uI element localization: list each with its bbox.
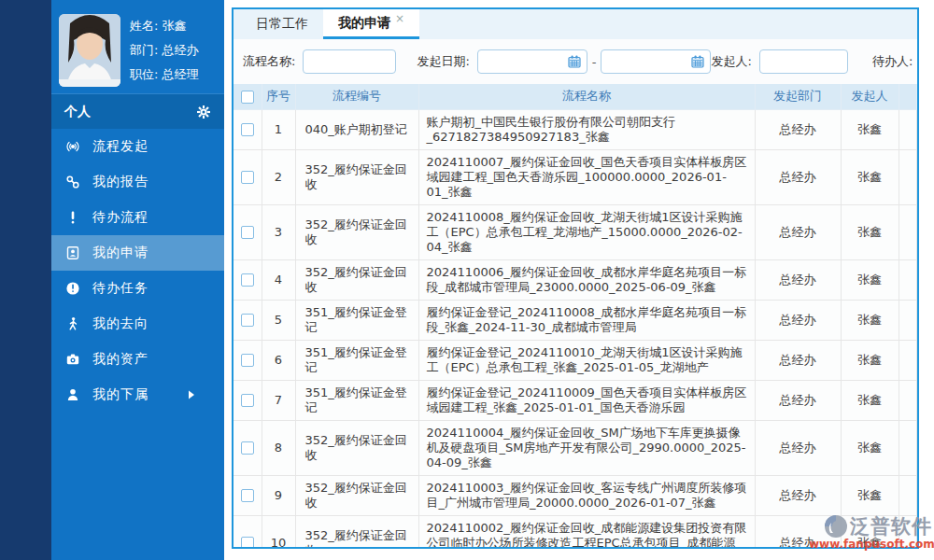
calendar-icon[interactable] [690,54,705,69]
row-spacer [899,515,917,549]
header-no: 序号 [262,84,295,109]
app-window: 姓名: 张鑫 部门: 总经办 职位: 总经理 个人 流程发起我的报告待办流程我的… [0,0,934,560]
row-code: 352_履约保证金回收 [295,515,418,549]
sidebar-menu: 流程发起我的报告待办流程我的申请待办任务我的去向我的资产我的下属 [51,129,224,413]
row-checkbox[interactable] [241,226,254,239]
row-spacer [899,204,917,259]
row-name: 2024110007_履约保证金回收_国色天香项目实体样板房区域园建工程_国色天… [418,149,755,204]
sidebar-item-my-assets[interactable]: 我的资产 [51,342,224,377]
sidebar-item-process-start[interactable]: 流程发起 [51,129,224,164]
row-spacer [899,380,917,420]
row-checkbox[interactable] [241,441,254,455]
row-no: 6 [262,340,295,380]
select-all-checkbox[interactable] [241,91,254,104]
row-checkbox-cell [234,515,262,549]
row-checkbox[interactable] [241,537,254,549]
tab-bar: 日常工作我的申请× [234,9,917,39]
header-checkbox-cell [234,84,262,109]
sidebar-item-label: 流程发起 [92,138,149,155]
tab-我的申请[interactable]: 我的申请× [323,9,419,39]
initiator-input[interactable] [759,49,848,74]
row-checkbox[interactable] [241,273,254,287]
date-from-wrap [477,49,587,74]
row-checkbox[interactable] [241,123,254,136]
row-checkbox[interactable] [241,171,254,184]
row-code: 352_履约保证金回收 [295,204,418,259]
row-no: 3 [262,204,295,259]
row-checkbox-cell [234,109,262,149]
row-name: 2024110008_履约保证金回收_龙湖天街城1区设计采购施工（EPC）总承包… [418,204,755,259]
main-panel: 日常工作我的申请× 流程名称: 发起日期: - 发起人: 待办人: [232,7,919,549]
row-spacer [899,149,917,204]
sidebar-item-label: 我的下属 [92,386,149,403]
row-spacer [899,475,917,515]
row-spacer [899,420,917,475]
filter-date-label: 发起日期: [417,53,469,70]
row-checkbox-cell [234,420,262,475]
row-checkbox[interactable] [241,354,254,367]
row-checkbox[interactable] [241,394,254,407]
date-to-wrap [601,49,711,74]
sidebar-item-my-applications[interactable]: 我的申请 [51,235,224,271]
row-dept: 总经办 [755,149,841,204]
sidebar-item-label: 待办流程 [92,209,149,226]
row-initiator: 张鑫 [841,420,899,475]
row-dept: 总经办 [755,204,841,259]
row-dept: 总经办 [755,420,841,475]
sidebar-item-label: 我的去向 [92,315,149,332]
row-initiator: 张鑫 [841,380,899,420]
sidebar-item-my-reports[interactable]: 我的报告 [51,164,224,200]
table-body: 1040_账户期初登记账户期初_中国民生银行股份有限公司朝阳支行_6271827… [234,109,917,549]
filter-bar: 流程名称: 发起日期: - 发起人: 待办人: [234,39,917,84]
row-code: 352_履约保证金回收 [295,259,418,300]
row-code: 351_履约保证金登记 [295,300,418,340]
row-initiator: 张鑫 [841,259,899,300]
sidebar-item-my-whereabouts[interactable]: 我的去向 [51,306,224,342]
sidebar-section-personal[interactable]: 个人 [51,93,224,129]
calendar-icon[interactable] [567,54,582,69]
filter-pending-label: 待办人: [872,53,913,70]
row-initiator: 张鑫 [841,204,899,259]
walker-icon [64,316,81,331]
idcard-icon [64,245,81,260]
table-row: 2352_履约保证金回收2024110007_履约保证金回收_国色天香项目实体样… [234,149,917,204]
row-spacer [899,340,917,380]
sidebar-item-label: 待办任务 [92,280,149,297]
row-code: 351_履约保证金登记 [295,340,418,380]
sidebar-item-label: 我的资产 [92,351,149,368]
table-row: 1040_账户期初登记账户期初_中国民生银行股份有限公司朝阳支行_6271827… [234,109,917,149]
row-dept: 总经办 [755,475,841,515]
row-name: 账户期初_中国民生银行股份有限公司朝阳支行_627182738495092718… [418,109,755,149]
row-no: 8 [262,420,295,475]
sidebar-item-pending-tasks[interactable]: 待办任务 [51,271,224,306]
row-no: 7 [262,380,295,420]
row-no: 1 [262,109,295,149]
row-no: 5 [262,300,295,340]
sidebar: 姓名: 张鑫 部门: 总经办 职位: 总经理 个人 流程发起我的报告待办流程我的… [51,0,224,560]
close-icon[interactable]: × [395,12,404,25]
row-checkbox[interactable] [241,314,254,327]
table-row: 9352_履约保证金回收2024110003_履约保证金回收_客运专线广州调度所… [234,475,917,515]
row-name: 2024110003_履约保证金回收_客运专线广州调度所装修项目_广州城市管理局… [418,475,755,515]
sidebar-item-my-subordinates[interactable]: 我的下属 [51,377,224,413]
tab-日常工作[interactable]: 日常工作 [241,9,323,39]
header-spacer [899,84,917,109]
row-no: 10 [262,515,295,549]
row-dept: 总经办 [755,340,841,380]
row-checkbox-cell [234,149,262,204]
row-code: 040_账户期初登记 [295,109,418,149]
chain-icon [64,175,81,189]
sidebar-item-pending-flows[interactable]: 待办流程 [51,200,224,235]
filter-name-label: 流程名称: [243,53,295,70]
user-name-line: 姓名: 张鑫 [130,14,199,38]
row-name: 履约保证金登记_2024110009_国色天香项目实体样板房区域园建工程_张鑫_… [418,380,755,420]
gear-icon[interactable] [196,105,211,119]
row-dept: 总经办 [755,300,841,340]
row-checkbox[interactable] [241,489,254,502]
process-table: 序号 流程编号 流程名称 发起部门 发起人 1040_账户期初登记账户期初_中国… [234,84,917,549]
user-dept: 总经办 [163,43,199,57]
filter-initiator-label: 发起人: [711,53,751,70]
process-name-input[interactable] [303,49,396,74]
avatar [59,14,120,87]
table-row: 6351_履约保证金登记履约保证金登记_2024110010_龙湖天街城1区设计… [234,340,917,380]
